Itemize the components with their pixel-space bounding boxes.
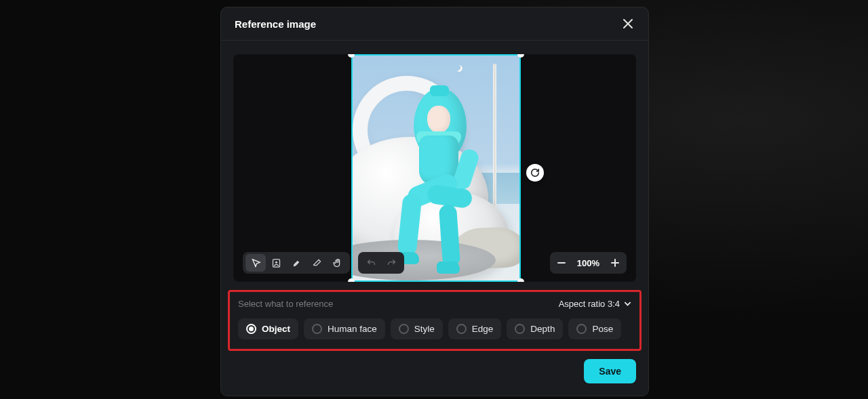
radio-circle-icon <box>399 324 409 334</box>
image-canvas-area[interactable]: 100% <box>233 54 636 282</box>
brush-icon <box>292 258 302 268</box>
radio-label: Human face <box>328 324 377 334</box>
aspect-ratio-label: Aspect ratio 3:4 <box>559 299 620 309</box>
aspect-ratio-select[interactable]: Aspect ratio 3:4 <box>559 299 631 309</box>
reference-image-preview <box>353 56 519 280</box>
edit-tools-toolbar <box>243 252 350 274</box>
radio-edge[interactable]: Edge <box>448 318 502 339</box>
radio-label: Edge <box>472 324 494 334</box>
tool-eraser[interactable] <box>307 254 327 272</box>
tool-cursor[interactable] <box>245 254 266 272</box>
redo-button[interactable] <box>381 254 401 272</box>
radio-label: Depth <box>530 324 555 334</box>
undo-icon <box>366 258 376 268</box>
radio-circle-icon <box>246 324 256 334</box>
modal-title: Reference image <box>235 18 316 30</box>
tool-pan-hand[interactable] <box>327 254 347 272</box>
zoom-in-button[interactable] <box>608 255 623 270</box>
radio-human-face[interactable]: Human face <box>304 318 385 339</box>
zoom-level-label: 100% <box>573 258 604 268</box>
chevron-down-icon <box>624 300 631 308</box>
reference-type-radios: Object Human face Style Edge Depth Pose <box>238 318 631 339</box>
portrait-icon <box>271 258 281 268</box>
radio-circle-icon <box>456 324 467 334</box>
close-button[interactable] <box>621 17 635 30</box>
close-icon <box>623 19 633 28</box>
history-toolbar <box>358 252 404 274</box>
tool-brush[interactable] <box>286 254 307 272</box>
modal-footer: Save <box>221 359 648 396</box>
save-button[interactable]: Save <box>584 359 636 383</box>
plus-icon <box>611 259 619 267</box>
zoom-out-button[interactable] <box>554 255 569 270</box>
hand-icon <box>332 258 342 268</box>
radio-label: Pose <box>592 324 613 334</box>
modal-header: Reference image <box>221 7 648 41</box>
redo-icon <box>387 258 397 268</box>
radio-circle-icon <box>515 324 525 334</box>
radio-label: Style <box>414 324 435 334</box>
reference-image-modal: Reference image <box>220 7 649 396</box>
cursor-icon <box>251 258 261 268</box>
radio-style[interactable]: Style <box>391 318 443 339</box>
refresh-button[interactable] <box>526 164 544 182</box>
image-crop-frame[interactable] <box>351 54 521 282</box>
refresh-icon <box>530 168 540 177</box>
radio-object[interactable]: Object <box>238 318 298 339</box>
reference-instruction: Select what to reference <box>238 299 333 309</box>
zoom-controls: 100% <box>550 252 627 274</box>
radio-circle-icon <box>576 324 587 334</box>
reference-header: Select what to reference Aspect ratio 3:… <box>238 299 631 309</box>
undo-button[interactable] <box>361 254 381 272</box>
reference-selection-section: Select what to reference Aspect ratio 3:… <box>228 290 642 351</box>
eraser-icon <box>312 258 322 268</box>
tool-portrait-select[interactable] <box>266 254 286 272</box>
radio-depth[interactable]: Depth <box>507 318 563 339</box>
radio-circle-icon <box>312 324 322 334</box>
radio-pose[interactable]: Pose <box>568 318 621 339</box>
radio-label: Object <box>262 324 290 334</box>
svg-point-1 <box>275 261 277 263</box>
minus-icon <box>557 259 566 267</box>
